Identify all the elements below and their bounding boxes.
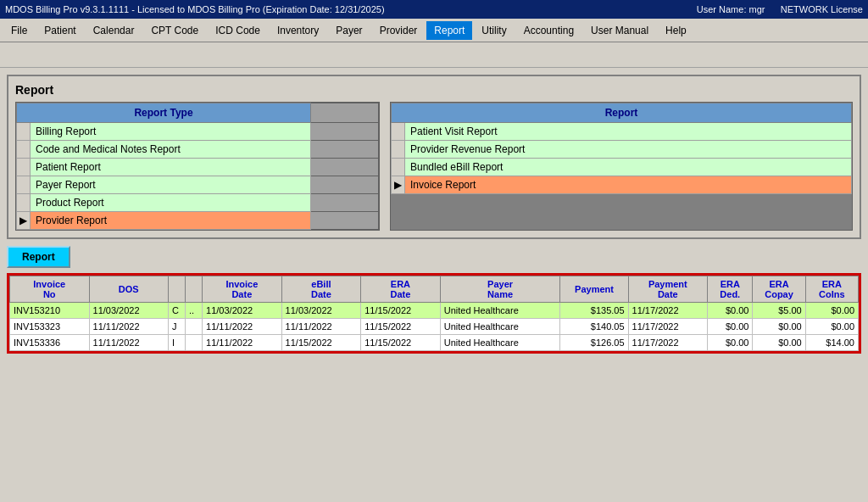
- menu-item-cpt-code[interactable]: CPT Code: [143, 21, 206, 40]
- arrow-cell: ▶: [17, 212, 31, 230]
- payment-date: 11/17/2022: [628, 319, 708, 335]
- menu-item-utility[interactable]: Utility: [474, 21, 514, 40]
- gray-cell: [311, 123, 379, 141]
- toolbar: [0, 42, 868, 68]
- col3: J: [169, 319, 186, 335]
- ebill-date: 11/03/2022: [281, 303, 361, 319]
- report-item[interactable]: Provider Revenue Report: [405, 141, 852, 159]
- gray-cell: [311, 194, 379, 212]
- arrow-cell: [17, 176, 31, 194]
- table-header-row: InvoiceNo DOS InvoiceDate eBillDate ERAD…: [10, 276, 859, 303]
- era-date: 11/15/2022: [361, 303, 441, 319]
- report-type-table-wrapper: Report Type Billing Report Code and Me: [15, 102, 380, 231]
- payer-name: United Healthcare: [440, 335, 560, 351]
- report-type-item[interactable]: Billing Report: [31, 123, 311, 141]
- col3: I: [169, 335, 186, 351]
- invoice-no: INV153210: [10, 303, 90, 319]
- era-copay: $0.00: [753, 335, 805, 351]
- dos: 11/11/2022: [89, 319, 169, 335]
- menu-item-inventory[interactable]: Inventory: [270, 21, 326, 40]
- menu-item-report[interactable]: Report: [426, 21, 472, 40]
- payment: $140.05: [560, 319, 628, 335]
- table-row-selected[interactable]: ▶ Invoice Report: [392, 176, 852, 194]
- col-invoice-date: InvoiceDate: [203, 276, 282, 303]
- payer-name: United Healthcare: [440, 303, 560, 319]
- report-type-item[interactable]: Payer Report: [31, 176, 311, 194]
- table-row-selected[interactable]: ▶ Provider Report: [17, 212, 379, 230]
- report-type-item-selected[interactable]: Provider Report: [31, 212, 311, 230]
- report-item-selected[interactable]: Invoice Report: [405, 176, 852, 194]
- arrow-cell: [17, 141, 31, 159]
- menu-item-calendar[interactable]: Calendar: [86, 21, 142, 40]
- menu-item-help[interactable]: Help: [658, 21, 694, 40]
- table-row[interactable]: Provider Revenue Report: [392, 141, 852, 159]
- table-row[interactable]: Product Report: [17, 194, 379, 212]
- data-row[interactable]: INV153323 11/11/2022 J 11/11/2022 11/11/…: [10, 319, 859, 335]
- report-button[interactable]: Report: [7, 246, 70, 268]
- report-type-item[interactable]: Product Report: [31, 194, 311, 212]
- col4: ..: [186, 303, 203, 319]
- col-dos: DOS: [89, 276, 169, 303]
- report-table: Report Patient Visit Report Provider Rev…: [391, 103, 852, 194]
- data-table: InvoiceNo DOS InvoiceDate eBillDate ERAD…: [9, 276, 859, 351]
- arrow-cell: [17, 159, 31, 176]
- col-era-copay: ERACopay: [753, 276, 805, 303]
- dos: 11/11/2022: [89, 335, 169, 351]
- menu-item-icd-code[interactable]: ICD Code: [208, 21, 268, 40]
- col-era-date: ERADate: [361, 276, 441, 303]
- menu-item-patient[interactable]: Patient: [36, 21, 83, 40]
- title-bar: MDOS Billing Pro v9.3.1.1111 - Licensed …: [0, 0, 868, 19]
- col4: [186, 335, 203, 351]
- payment-date: 11/17/2022: [628, 303, 708, 319]
- arrow-cell: [392, 141, 405, 159]
- col-payment: Payment: [560, 276, 628, 303]
- report-button-area: Report: [7, 246, 861, 268]
- era-ded: $0.00: [708, 319, 753, 335]
- gray-block-left: [311, 103, 379, 123]
- menu-bar: FilePatientCalendarCPT CodeICD CodeInven…: [0, 19, 868, 42]
- data-row[interactable]: INV153336 11/11/2022 I 11/11/2022 11/15/…: [10, 335, 859, 351]
- table-row[interactable]: Patient Visit Report: [392, 123, 852, 141]
- data-table-container: InvoiceNo DOS InvoiceDate eBillDate ERAD…: [7, 273, 861, 354]
- report-type-header: Report Type: [17, 103, 311, 123]
- col4: [186, 319, 203, 335]
- col-4: [186, 276, 203, 303]
- report-item[interactable]: Bundled eBill Report: [405, 159, 852, 176]
- dos: 11/03/2022: [89, 303, 169, 319]
- arrow-cell: [392, 159, 405, 176]
- report-type-item[interactable]: Code and Medical Notes Report: [31, 141, 311, 159]
- col-era-ded: ERADed.: [708, 276, 753, 303]
- col3: C: [169, 303, 186, 319]
- report-item[interactable]: Patient Visit Report: [405, 123, 852, 141]
- table-row[interactable]: Bundled eBill Report: [392, 159, 852, 176]
- gray-cell: [311, 141, 379, 159]
- menu-item-payer[interactable]: Payer: [328, 21, 370, 40]
- arrow-cell: [17, 194, 31, 212]
- era-copay: $5.00: [753, 303, 805, 319]
- col-era-coins: ERACoIns: [805, 276, 858, 303]
- era-ded: $0.00: [708, 303, 753, 319]
- report-header: Report: [392, 103, 852, 123]
- era-date: 11/15/2022: [361, 319, 441, 335]
- col-invoice-no: InvoiceNo: [10, 276, 90, 303]
- invoice-date: 11/11/2022: [203, 335, 282, 351]
- table-row[interactable]: Payer Report: [17, 176, 379, 194]
- report-type-item[interactable]: Patient Report: [31, 159, 311, 176]
- arrow-cell: [17, 123, 31, 141]
- col-payer-name: PayerName: [440, 276, 560, 303]
- era-coins: $0.00: [805, 319, 858, 335]
- table-row[interactable]: Patient Report: [17, 159, 379, 176]
- menu-item-user-manual[interactable]: User Manual: [583, 21, 656, 40]
- era-copay: $0.00: [753, 319, 805, 335]
- menu-item-provider[interactable]: Provider: [372, 21, 426, 40]
- report-tables-row: Report Type Billing Report Code and Me: [15, 102, 853, 231]
- menu-item-accounting[interactable]: Accounting: [516, 21, 581, 40]
- menu-item-file[interactable]: File: [3, 21, 35, 40]
- arrow-cell: [392, 123, 405, 141]
- table-row[interactable]: Billing Report: [17, 123, 379, 141]
- table-row[interactable]: Code and Medical Notes Report: [17, 141, 379, 159]
- report-section-title: Report: [15, 83, 853, 97]
- col-payment-date: PaymentDate: [628, 276, 708, 303]
- data-row[interactable]: INV153210 11/03/2022 C .. 11/03/2022 11/…: [10, 303, 859, 319]
- invoice-date: 11/03/2022: [203, 303, 282, 319]
